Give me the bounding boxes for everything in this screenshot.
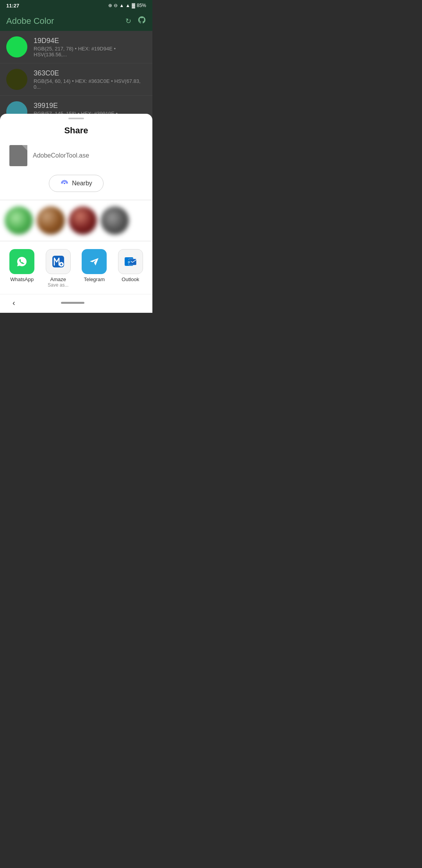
app-item-outlook[interactable]: O Outlook (115, 249, 146, 288)
svg-point-5 (87, 254, 102, 269)
minus-circle-icon: ⊖ (114, 3, 118, 8)
color-details-2: RGB(54, 60, 14) • HEX: #363C0E • HSV(67.… (34, 78, 146, 90)
app-bar: Adobe Color ↻ (0, 11, 152, 31)
nearby-icon (60, 179, 69, 188)
add-circle-icon: ⊕ (108, 3, 112, 8)
svg-point-0 (64, 183, 65, 184)
contact-avatar-1 (5, 206, 33, 235)
share-title: Share (0, 119, 152, 141)
telegram-label: Telegram (84, 276, 105, 282)
outlook-label: Outlook (122, 276, 139, 282)
refresh-icon[interactable]: ↻ (125, 17, 131, 25)
wifi-icon: ▲ (119, 3, 124, 8)
color-info-1: 19D94E RGB(25, 217, 78) • HEX: #19D94E •… (34, 37, 146, 57)
app-item-telegram[interactable]: Telegram (79, 249, 110, 288)
apps-row: WhatsApp Amaze Save as... (0, 241, 152, 294)
file-name: AdobeColorTool.ase (33, 152, 89, 159)
amaze-icon (46, 249, 71, 274)
nearby-label: Nearby (72, 180, 92, 187)
app-item-amaze[interactable]: Amaze Save as... (43, 249, 74, 288)
color-hex-1: 19D94E (34, 37, 146, 45)
back-button[interactable]: ‹ (13, 298, 15, 307)
svg-text:O: O (128, 261, 130, 264)
share-file-row: AdobeColorTool.ase (0, 141, 152, 173)
app-bar-actions: ↻ (125, 16, 146, 26)
battery-icon: ▓ (132, 3, 135, 8)
status-icons: ⊕ ⊖ ▲ ▲ ▓ 85% (108, 3, 146, 8)
color-item-1[interactable]: 19D94E RGB(25, 217, 78) • HEX: #19D94E •… (0, 31, 152, 63)
color-hex-3: 39919E (34, 102, 146, 110)
nearby-button[interactable]: Nearby (49, 175, 104, 192)
divider-1 (0, 200, 152, 200)
telegram-icon (82, 249, 107, 274)
outlook-icon: O (118, 249, 143, 274)
nearby-section: Nearby (0, 173, 152, 200)
contact-avatar-2 (37, 206, 65, 235)
signal-icon: ▲ (125, 3, 130, 8)
app-title: Adobe Color (6, 16, 54, 26)
whatsapp-icon (9, 249, 34, 274)
color-hex-2: 363C0E (34, 69, 146, 77)
status-time: 11:27 (6, 3, 19, 9)
color-swatch-2 (6, 69, 27, 90)
amaze-sublabel: Save as... (48, 282, 68, 288)
contact-avatar-4 (101, 206, 129, 235)
app-item-whatsapp[interactable]: WhatsApp (6, 249, 38, 288)
share-bottom-sheet: Share AdobeColorTool.ase Nearby (0, 114, 152, 313)
file-icon (9, 145, 27, 166)
whatsapp-label: WhatsApp (10, 276, 34, 282)
contacts-row (0, 200, 152, 241)
amaze-label: Amaze (50, 276, 66, 282)
color-details-1: RGB(25, 217, 78) • HEX: #19D94E • HSV(13… (34, 46, 146, 57)
color-item-2[interactable]: 363C0E RGB(54, 60, 14) • HEX: #363C0E • … (0, 63, 152, 96)
status-bar: 11:27 ⊕ ⊖ ▲ ▲ ▓ 85% (0, 0, 152, 11)
battery-percent: 85% (137, 3, 146, 8)
github-icon[interactable] (138, 16, 146, 26)
color-info-2: 363C0E RGB(54, 60, 14) • HEX: #363C0E • … (34, 69, 146, 90)
home-indicator[interactable] (61, 302, 84, 304)
color-swatch-1 (6, 36, 27, 57)
nav-bar: ‹ (0, 294, 152, 313)
contact-avatar-3 (69, 206, 97, 235)
